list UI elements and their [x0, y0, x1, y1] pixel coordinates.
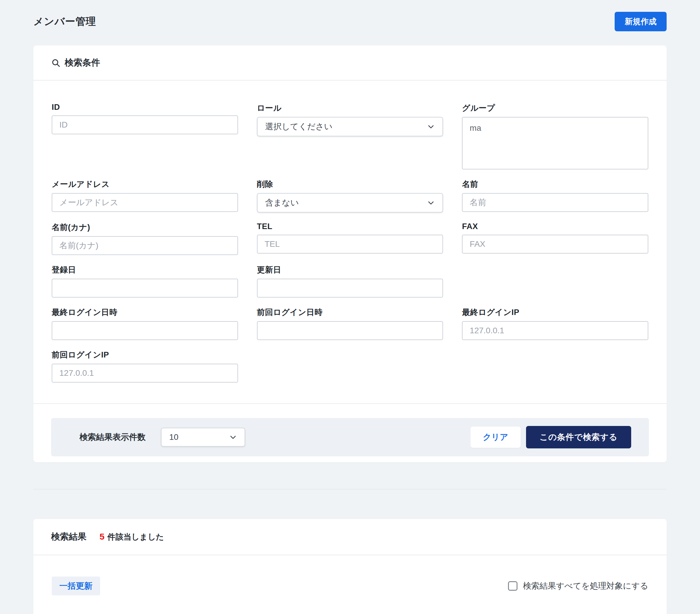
page: メンバー管理 新規作成 検索条件 ID ロール 選択してください	[0, 0, 700, 614]
create-new-button[interactable]: 新規作成	[615, 12, 667, 31]
field-last-login-at: 最終ログイン日時	[52, 307, 238, 340]
field-updated-date: 更新日	[257, 265, 443, 297]
col-header-prev-login-at: 前回ログイン日時	[404, 613, 478, 614]
bulk-update-button[interactable]: 一括更新	[52, 576, 100, 596]
last-login-ip-input[interactable]	[462, 321, 648, 340]
prev-login-ip-label: 前回ログインIP	[52, 349, 238, 360]
col-header-login-count: ログイン回数	[278, 613, 332, 614]
deleted-label: 削除	[257, 179, 443, 190]
name-kana-input[interactable]	[52, 236, 238, 255]
id-label: ID	[52, 103, 238, 112]
select-all-control[interactable]: 検索結果すべてを処理対象にする	[508, 580, 648, 591]
tel-label: TEL	[257, 222, 443, 231]
per-page-select[interactable]: 10	[161, 428, 245, 447]
field-last-login-ip: 最終ログインIP	[462, 307, 648, 340]
fax-label: FAX	[462, 222, 648, 231]
prev-login-at-input[interactable]	[257, 321, 443, 340]
field-fax: FAX	[462, 222, 648, 254]
role-label: ロール	[257, 103, 443, 113]
results-table: 名前 ロール メールアドレス ログイン回数 最終ログイン日時 前回ログイン日時 …	[52, 613, 648, 614]
chevron-down-icon	[427, 123, 435, 130]
field-prev-login-ip: 前回ログインIP	[52, 349, 238, 383]
chevron-down-icon	[427, 199, 435, 207]
topbar: メンバー管理 新規作成	[33, 12, 667, 31]
field-tel: TEL	[257, 222, 443, 254]
results-table-container: 名前 ロール メールアドレス ログイン回数 最終ログイン日時 前回ログイン日時 …	[52, 613, 648, 614]
chevron-down-icon	[229, 433, 237, 441]
results-table-header-row: 名前 ロール メールアドレス ログイン回数 最終ログイン日時 前回ログイン日時 …	[52, 613, 648, 614]
field-deleted: 削除 含まない	[257, 179, 443, 213]
results-toolbar: 一括更新 検索結果すべてを処理対象にする	[52, 576, 648, 596]
select-all-checkbox[interactable]	[508, 581, 517, 591]
name-kana-label: 名前(カナ)	[52, 222, 238, 233]
registered-date-input[interactable]	[52, 279, 238, 297]
group-label: グループ	[462, 103, 648, 113]
email-input[interactable]	[52, 193, 238, 212]
field-prev-login-at: 前回ログイン日時	[257, 307, 443, 340]
search-footer-bar: 検索結果表示件数 10 クリア この条件で検索する	[51, 418, 649, 456]
field-id: ID	[52, 103, 238, 134]
updated-date-input[interactable]	[257, 279, 443, 297]
col-header-last-login-at: 最終ログイン日時	[332, 613, 404, 614]
results-count: 5	[100, 532, 104, 542]
per-page-select-value: 10	[169, 433, 178, 442]
deleted-select[interactable]: 含まない	[257, 193, 443, 213]
updated-date-label: 更新日	[257, 265, 443, 275]
clear-button[interactable]: クリア	[471, 426, 521, 448]
results-body: 一括更新 検索結果すべてを処理対象にする 名前	[33, 555, 667, 614]
tel-input[interactable]	[257, 235, 443, 254]
last-login-at-input[interactable]	[52, 321, 238, 340]
field-email: メールアドレス	[52, 179, 238, 212]
col-header-name: 名前	[52, 613, 107, 614]
last-login-ip-label: 最終ログインIP	[462, 307, 648, 318]
field-role: ロール 選択してください	[257, 103, 443, 136]
field-registered-date: 登録日	[52, 265, 238, 297]
search-card-footer: 検索結果表示件数 10 クリア この条件で検索する	[33, 403, 667, 462]
col-header-email: メールアドレス	[142, 613, 278, 614]
fax-input[interactable]	[462, 235, 648, 254]
col-header-actions	[603, 613, 648, 614]
per-page-label: 検索結果表示件数	[79, 432, 146, 443]
name-input[interactable]	[462, 193, 648, 212]
page-title: メンバー管理	[33, 15, 96, 28]
field-name: 名前	[462, 179, 648, 212]
search-conditions-card: 検索条件 ID ロール 選択してください グループ ma メールアドレス	[33, 46, 667, 462]
search-icon	[51, 58, 61, 68]
search-conditions-title: 検索条件	[65, 57, 100, 69]
email-label: メールアドレス	[52, 179, 238, 190]
col-header-role: ロール	[107, 613, 142, 614]
id-input[interactable]	[52, 115, 238, 134]
name-label: 名前	[462, 179, 648, 190]
role-select[interactable]: 選択してください	[257, 117, 443, 136]
results-title: 検索結果	[51, 531, 87, 543]
registered-date-label: 登録日	[52, 265, 238, 275]
col-header-last-login-ip: 最終ログインIP	[478, 613, 543, 614]
search-button[interactable]: この条件で検索する	[526, 426, 631, 448]
role-select-value: 選択してください	[265, 121, 333, 132]
group-textarea[interactable]: ma	[462, 117, 648, 169]
field-name-kana: 名前(カナ)	[52, 222, 238, 255]
last-login-at-label: 最終ログイン日時	[52, 307, 238, 318]
prev-login-ip-input[interactable]	[52, 364, 238, 383]
results-header: 検索結果 5 件該当しました	[33, 519, 667, 555]
select-all-label: 検索結果すべてを処理対象にする	[523, 580, 648, 591]
deleted-select-value: 含まない	[265, 197, 299, 208]
search-form: ID ロール 選択してください グループ ma メールアドレス 削除	[33, 80, 667, 403]
section-divider	[33, 489, 667, 489]
search-conditions-header: 検索条件	[33, 46, 667, 80]
prev-login-at-label: 前回ログイン日時	[257, 307, 443, 318]
search-results-card: 検索結果 5 件該当しました 一括更新 検索結果すべてを処理対象にする	[33, 519, 667, 614]
col-header-prev-login-ip: 前回ログインIP	[543, 613, 603, 614]
results-count-suffix: 件該当しました	[108, 532, 164, 542]
field-group: グループ ma	[462, 103, 648, 169]
